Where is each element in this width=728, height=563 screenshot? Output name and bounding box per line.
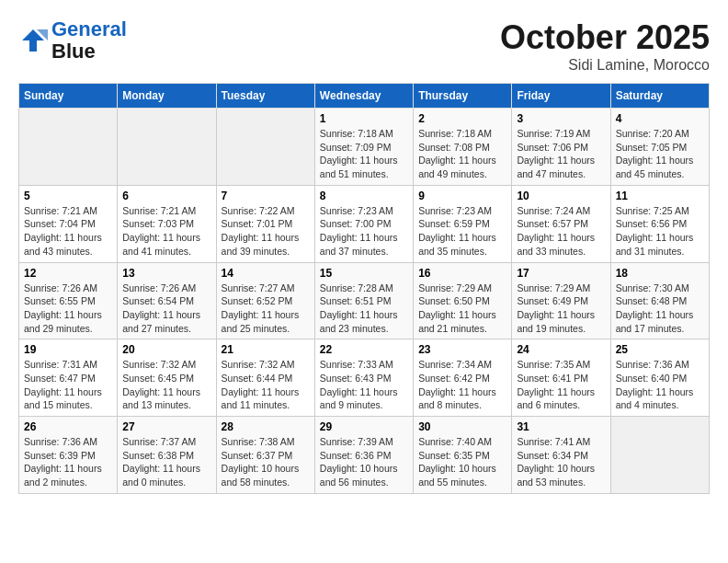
title-block: October 2025 Sidi Lamine, Morocco [500,18,710,74]
day-number: 6 [122,190,210,202]
day-info: Sunrise: 7:24 AM Sunset: 6:57 PM Dayligh… [517,204,605,259]
day-number: 27 [122,420,210,433]
calendar-cell: 24Sunrise: 7:35 AM Sunset: 6:41 PM Dayli… [512,339,610,417]
calendar-cell [610,417,709,494]
weekday-header: Wednesday [314,84,413,109]
day-info: Sunrise: 7:21 AM Sunset: 7:04 PM Dayligh… [24,204,112,259]
day-info: Sunrise: 7:27 AM Sunset: 6:52 PM Dayligh… [222,282,310,336]
day-info: Sunrise: 7:26 AM Sunset: 6:54 PM Dayligh… [122,282,210,336]
weekday-header: Friday [512,84,610,109]
day-number: 23 [418,343,506,356]
calendar-week-row: 5Sunrise: 7:21 AM Sunset: 7:04 PM Daylig… [19,185,710,262]
calendar-cell: 13Sunrise: 7:26 AM Sunset: 6:54 PM Dayli… [118,262,216,339]
day-number: 22 [320,343,408,356]
calendar-cell: 2Sunrise: 7:18 AM Sunset: 7:08 PM Daylig… [414,109,512,186]
calendar-cell: 15Sunrise: 7:28 AM Sunset: 6:51 PM Dayli… [314,262,413,339]
day-number: 8 [320,190,408,202]
day-number: 3 [517,112,605,125]
calendar-week-row: 12Sunrise: 7:26 AM Sunset: 6:55 PM Dayli… [19,262,710,339]
logo-text: General Blue [51,18,127,63]
calendar-table: SundayMondayTuesdayWednesdayThursdayFrid… [18,83,710,494]
day-info: Sunrise: 7:22 AM Sunset: 7:01 PM Dayligh… [222,204,310,259]
day-info: Sunrise: 7:36 AM Sunset: 6:39 PM Dayligh… [24,435,112,489]
day-number: 18 [616,267,704,280]
logo-icon [18,26,48,55]
day-info: Sunrise: 7:20 AM Sunset: 7:05 PM Dayligh… [616,127,704,181]
day-number: 28 [222,420,310,433]
day-info: Sunrise: 7:40 AM Sunset: 6:35 PM Dayligh… [418,435,506,489]
day-info: Sunrise: 7:25 AM Sunset: 6:56 PM Dayligh… [616,204,704,259]
day-info: Sunrise: 7:19 AM Sunset: 7:06 PM Dayligh… [517,127,605,181]
day-number: 5 [24,190,112,202]
day-info: Sunrise: 7:18 AM Sunset: 7:09 PM Dayligh… [320,127,408,181]
day-info: Sunrise: 7:34 AM Sunset: 6:42 PM Dayligh… [418,358,506,412]
day-number: 24 [517,343,605,356]
weekday-header: Saturday [610,84,709,109]
calendar-cell: 8Sunrise: 7:23 AM Sunset: 7:00 PM Daylig… [314,185,413,262]
day-info: Sunrise: 7:33 AM Sunset: 6:43 PM Dayligh… [320,358,408,412]
day-info: Sunrise: 7:28 AM Sunset: 6:51 PM Dayligh… [320,282,408,336]
day-number: 19 [24,343,112,356]
month-title: October 2025 [500,18,710,57]
day-number: 14 [222,267,310,280]
calendar-cell: 21Sunrise: 7:32 AM Sunset: 6:44 PM Dayli… [216,339,314,417]
day-number: 21 [222,343,310,356]
page-header: General Blue October 2025 Sidi Lamine, M… [18,18,710,74]
location-subtitle: Sidi Lamine, Morocco [500,57,710,74]
calendar-cell: 6Sunrise: 7:21 AM Sunset: 7:03 PM Daylig… [118,185,216,262]
day-number: 29 [320,420,408,433]
calendar-cell: 20Sunrise: 7:32 AM Sunset: 6:45 PM Dayli… [118,339,216,417]
day-info: Sunrise: 7:38 AM Sunset: 6:37 PM Dayligh… [222,435,310,489]
calendar-body: 1Sunrise: 7:18 AM Sunset: 7:09 PM Daylig… [19,109,710,494]
day-number: 2 [418,112,506,125]
day-number: 16 [418,267,506,280]
day-info: Sunrise: 7:32 AM Sunset: 6:45 PM Dayligh… [122,358,210,412]
day-number: 25 [616,343,704,356]
calendar-cell: 12Sunrise: 7:26 AM Sunset: 6:55 PM Dayli… [19,262,118,339]
day-info: Sunrise: 7:29 AM Sunset: 6:49 PM Dayligh… [517,282,605,336]
calendar-cell: 10Sunrise: 7:24 AM Sunset: 6:57 PM Dayli… [512,185,610,262]
calendar-cell: 7Sunrise: 7:22 AM Sunset: 7:01 PM Daylig… [216,185,314,262]
weekday-header: Sunday [19,84,118,109]
day-number: 17 [517,267,605,280]
calendar-cell: 18Sunrise: 7:30 AM Sunset: 6:48 PM Dayli… [610,262,709,339]
day-number: 12 [24,267,112,280]
day-info: Sunrise: 7:29 AM Sunset: 6:50 PM Dayligh… [418,282,506,336]
calendar-cell: 30Sunrise: 7:40 AM Sunset: 6:35 PM Dayli… [414,417,512,494]
calendar-cell: 27Sunrise: 7:37 AM Sunset: 6:38 PM Dayli… [118,417,216,494]
calendar-cell: 19Sunrise: 7:31 AM Sunset: 6:47 PM Dayli… [19,339,118,417]
calendar-cell: 9Sunrise: 7:23 AM Sunset: 6:59 PM Daylig… [414,185,512,262]
logo: General Blue [18,18,127,63]
day-number: 1 [320,112,408,125]
calendar-cell: 23Sunrise: 7:34 AM Sunset: 6:42 PM Dayli… [414,339,512,417]
day-number: 13 [122,267,210,280]
calendar-cell: 28Sunrise: 7:38 AM Sunset: 6:37 PM Dayli… [216,417,314,494]
calendar-cell: 5Sunrise: 7:21 AM Sunset: 7:04 PM Daylig… [19,185,118,262]
day-info: Sunrise: 7:23 AM Sunset: 7:00 PM Dayligh… [320,204,408,259]
calendar-cell: 16Sunrise: 7:29 AM Sunset: 6:50 PM Dayli… [414,262,512,339]
day-info: Sunrise: 7:37 AM Sunset: 6:38 PM Dayligh… [122,435,210,489]
calendar-cell [19,109,118,186]
day-number: 11 [616,190,704,202]
day-info: Sunrise: 7:21 AM Sunset: 7:03 PM Dayligh… [122,204,210,259]
calendar-cell [216,109,314,186]
day-info: Sunrise: 7:23 AM Sunset: 6:59 PM Dayligh… [418,204,506,259]
calendar-cell: 3Sunrise: 7:19 AM Sunset: 7:06 PM Daylig… [512,109,610,186]
weekday-header: Thursday [414,84,512,109]
day-number: 7 [222,190,310,202]
calendar-cell: 1Sunrise: 7:18 AM Sunset: 7:09 PM Daylig… [314,109,413,186]
day-number: 9 [418,190,506,202]
calendar-cell: 11Sunrise: 7:25 AM Sunset: 6:56 PM Dayli… [610,185,709,262]
calendar-cell: 22Sunrise: 7:33 AM Sunset: 6:43 PM Dayli… [314,339,413,417]
calendar-cell: 25Sunrise: 7:36 AM Sunset: 6:40 PM Dayli… [610,339,709,417]
day-info: Sunrise: 7:26 AM Sunset: 6:55 PM Dayligh… [24,282,112,336]
day-info: Sunrise: 7:39 AM Sunset: 6:36 PM Dayligh… [320,435,408,489]
day-number: 20 [122,343,210,356]
weekday-header: Monday [118,84,216,109]
calendar-cell [118,109,216,186]
calendar-week-row: 26Sunrise: 7:36 AM Sunset: 6:39 PM Dayli… [19,417,710,494]
calendar-week-row: 1Sunrise: 7:18 AM Sunset: 7:09 PM Daylig… [19,109,710,186]
day-info: Sunrise: 7:30 AM Sunset: 6:48 PM Dayligh… [616,282,704,336]
day-number: 4 [616,112,704,125]
day-info: Sunrise: 7:36 AM Sunset: 6:40 PM Dayligh… [616,358,704,412]
